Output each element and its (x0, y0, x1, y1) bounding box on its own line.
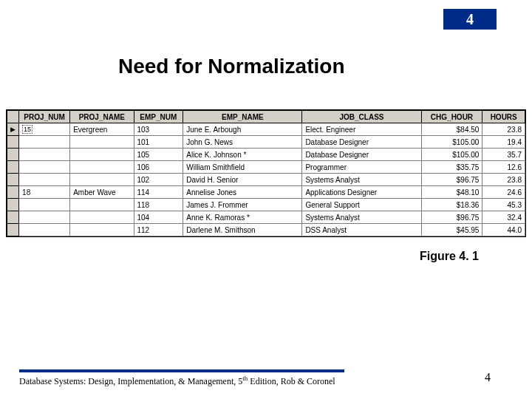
cell-proj-name (70, 199, 134, 211)
row-selector (7, 161, 19, 174)
cell-chg-hour: $48.10 (421, 186, 482, 199)
cell-proj-num (19, 136, 70, 149)
cell-hours: 19.4 (482, 136, 525, 149)
table-row: 104Anne K. Ramoras *Systems Analyst$96.7… (7, 211, 525, 224)
cell-proj-name (70, 211, 134, 224)
cell-emp-num: 105 (134, 149, 183, 161)
cell-chg-hour: $105.00 (421, 136, 482, 149)
page-title: Need for Normalization (118, 55, 344, 78)
cell-emp-name: John G. News (183, 136, 302, 149)
cell-emp-num: 102 (134, 174, 183, 186)
cell-hours: 32.4 (482, 211, 525, 224)
page-number: 4 (485, 371, 491, 384)
row-selector (7, 224, 19, 236)
cell-job-class: Database Designer (302, 136, 421, 149)
cell-chg-hour: $96.75 (421, 211, 482, 224)
footer-text: Database Systems: Design, Implementation… (19, 375, 335, 387)
cell-hours: 35.7 (482, 149, 525, 161)
cell-hours: 12.6 (482, 161, 525, 174)
cell-chg-hour: $96.75 (421, 174, 482, 186)
col-header-projname: PROJ_NAME (70, 111, 134, 123)
table-row: 112Darlene M. SmithsonDSS Analyst$45.954… (7, 224, 525, 236)
table-row: 18Amber Wave114Annelise JonesApplication… (7, 186, 525, 199)
cell-emp-num: 103 (134, 123, 183, 136)
col-header-jobclass: JOB_CLASS (302, 111, 421, 123)
col-header-empnum: EMP_NUM (134, 111, 183, 123)
cell-emp-name: June E. Arbough (183, 123, 302, 136)
row-selector-header (7, 111, 19, 123)
cell-proj-num: 18 (19, 186, 70, 199)
cell-proj-name (70, 224, 134, 236)
cell-emp-num: 106 (134, 161, 183, 174)
cell-emp-num: 112 (134, 224, 183, 236)
cell-emp-name: Alice K. Johnson * (183, 149, 302, 161)
figure-caption: Figure 4. 1 (420, 250, 479, 263)
cell-chg-hour: $35.75 (421, 161, 482, 174)
table-row: 105Alice K. Johnson *Database Designer$1… (7, 149, 525, 161)
cell-job-class: Database Designer (302, 149, 421, 161)
row-selector (7, 199, 19, 211)
col-header-empname: EMP_NAME (183, 111, 302, 123)
footer-text-b: Edition, Rob & Coronel (248, 376, 335, 386)
cell-emp-num: 118 (134, 199, 183, 211)
cell-hours: 44.0 (482, 224, 525, 236)
cell-job-class: Elect. Engineer (302, 123, 421, 136)
table-row: 106William SmithfieldProgrammer$35.7512.… (7, 161, 525, 174)
col-header-hours: HOURS (482, 111, 525, 123)
row-selector: ▶ (7, 123, 19, 136)
table-row: 102David H. SeniorSystems Analyst$96.752… (7, 174, 525, 186)
footer-rule (19, 369, 344, 372)
cell-hours: 45.3 (482, 199, 525, 211)
footer-text-a: Database Systems: Design, Implementation… (19, 376, 242, 386)
cell-proj-num (19, 149, 70, 161)
cell-job-class: Applications Designer (302, 186, 421, 199)
cell-emp-num: 101 (134, 136, 183, 149)
cell-job-class: Systems Analyst (302, 174, 421, 186)
cell-emp-name: Anne K. Ramoras * (183, 211, 302, 224)
cell-job-class: Programmer (302, 161, 421, 174)
cell-proj-num (19, 224, 70, 236)
cell-job-class: DSS Analyst (302, 224, 421, 236)
cell-proj-num (19, 161, 70, 174)
col-header-projnum: PROJ_NUM (19, 111, 70, 123)
table-row: ▶15Evergreen103June E. ArboughElect. Eng… (7, 123, 525, 136)
cell-job-class: General Support (302, 199, 421, 211)
cell-chg-hour: $18.36 (421, 199, 482, 211)
cell-emp-name: William Smithfield (183, 161, 302, 174)
cell-proj-name: Evergreen (70, 123, 134, 136)
table-row: 101John G. NewsDatabase Designer$105.001… (7, 136, 525, 149)
cell-emp-num: 114 (134, 186, 183, 199)
cell-proj-num (19, 199, 70, 211)
cell-job-class: Systems Analyst (302, 211, 421, 224)
cell-emp-num: 104 (134, 211, 183, 224)
cell-chg-hour: $45.95 (421, 224, 482, 236)
cell-emp-name: David H. Senior (183, 174, 302, 186)
chapter-badge: 4 (443, 9, 497, 30)
table-row: 118James J. FrommerGeneral Support$18.36… (7, 199, 525, 211)
col-header-chghour: CHG_HOUR (421, 111, 482, 123)
cell-hours: 23.8 (482, 174, 525, 186)
cell-proj-num (19, 174, 70, 186)
row-selector (7, 186, 19, 199)
row-selector (7, 149, 19, 161)
cell-proj-name (70, 136, 134, 149)
cell-proj-name: Amber Wave (70, 186, 134, 199)
row-selector (7, 174, 19, 186)
cell-emp-name: Annelise Jones (183, 186, 302, 199)
cell-proj-name (70, 149, 134, 161)
row-selector (7, 136, 19, 149)
cell-proj-num (19, 211, 70, 224)
cell-emp-name: Darlene M. Smithson (183, 224, 302, 236)
cell-hours: 23.8 (482, 123, 525, 136)
row-selector (7, 211, 19, 224)
cell-chg-hour: $105.00 (421, 149, 482, 161)
cell-proj-name (70, 161, 134, 174)
cell-proj-name (70, 174, 134, 186)
table-header-row: PROJ_NUM PROJ_NAME EMP_NUM EMP_NAME JOB_… (7, 111, 525, 123)
cell-proj-num: 15 (19, 123, 70, 136)
cell-chg-hour: $84.50 (421, 123, 482, 136)
data-table: PROJ_NUM PROJ_NAME EMP_NUM EMP_NAME JOB_… (6, 109, 526, 237)
cell-emp-name: James J. Frommer (183, 199, 302, 211)
cell-hours: 24.6 (482, 186, 525, 199)
